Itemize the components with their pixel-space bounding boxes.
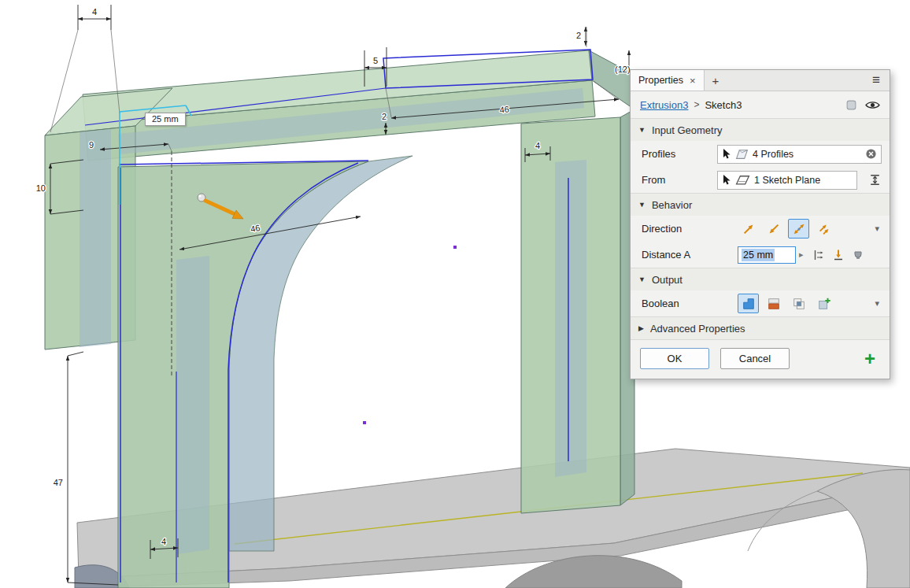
tab-properties[interactable]: Properties × bbox=[631, 70, 705, 91]
dimension-label[interactable]: (12) bbox=[615, 65, 631, 74]
dimension-label[interactable]: 46 bbox=[499, 105, 509, 115]
section-title: Advanced Properties bbox=[650, 323, 745, 335]
cursor-arrow-icon bbox=[722, 148, 731, 160]
dimension-label[interactable]: 47 bbox=[54, 478, 63, 487]
profiles-selector[interactable]: 4 Profiles bbox=[717, 145, 882, 164]
distance-value: 25 mm bbox=[742, 249, 775, 261]
section-title: Output bbox=[652, 274, 682, 286]
section-advanced-properties[interactable]: ▶ Advanced Properties bbox=[631, 316, 890, 339]
dimension-label[interactable]: 46 bbox=[250, 223, 261, 234]
breadcrumb-separator: > bbox=[694, 99, 699, 110]
boolean-intersect-button[interactable] bbox=[788, 294, 809, 313]
visibility-eye-icon[interactable] bbox=[865, 100, 880, 110]
from-label: From bbox=[642, 174, 717, 186]
new-tab-button[interactable]: + bbox=[705, 70, 727, 91]
grip-highlight bbox=[198, 194, 201, 197]
tabbar-spacer bbox=[727, 70, 863, 91]
profiles-label: Profiles bbox=[642, 148, 717, 160]
direction-symmetric-button[interactable] bbox=[788, 219, 809, 239]
direction-label: Direction bbox=[642, 223, 717, 235]
section-input-geometry[interactable]: ▼ Input Geometry bbox=[631, 118, 890, 141]
beam-end-face[interactable] bbox=[589, 50, 634, 109]
alternate-solution-icon[interactable] bbox=[812, 249, 825, 261]
boolean-join-button[interactable] bbox=[738, 294, 759, 313]
section-behavior[interactable]: ▼ Behavior bbox=[631, 193, 890, 216]
panel-menu-icon[interactable]: ≡ bbox=[863, 70, 890, 91]
section-title: Input Geometry bbox=[652, 124, 723, 136]
solid-body-icon[interactable] bbox=[845, 99, 857, 111]
boolean-cut-button[interactable] bbox=[763, 294, 784, 313]
expand-icon: ▶ bbox=[638, 324, 644, 332]
breadcrumb: Extrusion3 > Sketch3 bbox=[631, 91, 890, 118]
direction-flipped-button[interactable] bbox=[763, 219, 784, 239]
tab-label: Properties bbox=[638, 75, 683, 86]
from-value: 1 Sketch Plane bbox=[754, 175, 820, 186]
add-operation-button[interactable]: + bbox=[864, 349, 880, 368]
profiles-row: Profiles 4 Profiles bbox=[631, 141, 890, 167]
properties-panel: Properties × + ≡ Extrusion3 > Sketch3 ▼ … bbox=[630, 69, 890, 379]
breadcrumb-extrusion-link[interactable]: Extrusion3 bbox=[640, 99, 688, 111]
boolean-row: Boolean ▾ bbox=[631, 290, 890, 316]
sketch-points[interactable] bbox=[363, 246, 457, 424]
to-selected-face-icon[interactable] bbox=[852, 249, 864, 261]
panel-tabbar: Properties × + ≡ bbox=[631, 70, 890, 91]
base-right-leg[interactable] bbox=[817, 470, 910, 588]
dimension-label[interactable]: 9 bbox=[89, 140, 94, 150]
from-selector[interactable]: 1 Sketch Plane bbox=[717, 171, 857, 190]
dimension-label[interactable]: 4 bbox=[92, 7, 97, 17]
cursor-arrow-icon bbox=[722, 174, 731, 186]
section-title: Behavior bbox=[652, 199, 692, 211]
direction-row: Direction ▾ bbox=[631, 216, 890, 242]
dimension-label[interactable]: 4 bbox=[161, 537, 166, 546]
to-next-icon[interactable] bbox=[832, 249, 845, 261]
boolean-new-solid-button[interactable] bbox=[813, 294, 834, 313]
tab-close-icon[interactable]: × bbox=[690, 76, 696, 86]
distance-tooltip: 25 mm bbox=[145, 113, 186, 126]
clear-selection-icon[interactable] bbox=[865, 148, 877, 160]
ok-button[interactable]: OK bbox=[640, 348, 709, 369]
distance-row: Distance A 25 mm ▸ bbox=[631, 242, 890, 268]
direction-default-button[interactable] bbox=[738, 219, 759, 239]
direction-asymmetric-button[interactable] bbox=[813, 219, 834, 239]
breadcrumb-sketch[interactable]: Sketch3 bbox=[705, 99, 742, 111]
dimension-label[interactable]: 10 bbox=[36, 183, 46, 193]
sketch-plane-icon bbox=[735, 174, 750, 186]
sketch-point[interactable] bbox=[453, 246, 457, 249]
boolean-label: Boolean bbox=[642, 298, 717, 309]
collapse-icon: ▼ bbox=[638, 276, 646, 283]
cancel-button[interactable]: Cancel bbox=[720, 348, 790, 369]
sketch-point[interactable] bbox=[363, 421, 366, 424]
panel-footer: OK Cancel + bbox=[631, 339, 890, 379]
distance-label: Distance A bbox=[642, 249, 717, 261]
direction-dropdown-icon[interactable]: ▾ bbox=[875, 224, 882, 234]
profile-icon bbox=[735, 148, 749, 160]
dimension-label[interactable]: 5 bbox=[373, 56, 378, 65]
from-extent-icon[interactable] bbox=[868, 173, 882, 187]
cad-viewport[interactable]: 4 5 2 46 2 9 10 bbox=[0, 0, 910, 588]
section-output[interactable]: ▼ Output bbox=[631, 268, 890, 290]
extension-line bbox=[68, 352, 83, 356]
boolean-dropdown-icon[interactable]: ▾ bbox=[875, 298, 882, 309]
collapse-icon: ▼ bbox=[638, 126, 646, 134]
profiles-value: 4 Profiles bbox=[753, 149, 793, 160]
collapse-icon: ▼ bbox=[638, 201, 646, 209]
from-row: From 1 Sketch Plane bbox=[631, 167, 890, 193]
dimension-label[interactable]: 4 bbox=[535, 141, 540, 150]
distance-input[interactable]: 25 mm bbox=[738, 246, 796, 264]
dimension-label[interactable]: 2 bbox=[382, 112, 387, 121]
dimension-label[interactable]: 2 bbox=[576, 31, 581, 40]
flyout-arrow-icon[interactable]: ▸ bbox=[799, 250, 804, 260]
